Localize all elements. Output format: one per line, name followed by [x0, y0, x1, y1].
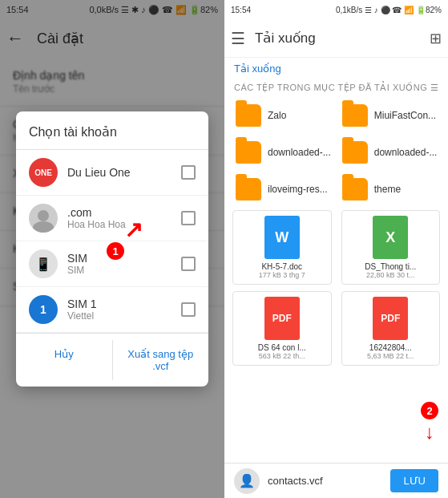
doc-item-excel[interactable]: X DS_Thong ti... 22,80 kB 30 t... [341, 210, 441, 285]
hamburger-icon[interactable]: ☰ [231, 29, 245, 48]
folder-icon [236, 141, 261, 164]
folder-name: iloveimg-res... [268, 184, 328, 195]
doc-grid: W KH-5-7.doc 177 kB 3 thg 7 X DS_Thong t… [224, 207, 448, 370]
right-header-title: Tải xuống [255, 30, 423, 47]
folder-icon [236, 178, 261, 200]
cancel-button[interactable]: Hủy [16, 340, 112, 380]
doc-item-pdf-1[interactable]: PDF DS 64 con l... 563 kB 22 th... [232, 291, 332, 366]
account-checkbox[interactable] [181, 257, 196, 271]
folder-item-downloaded-2[interactable]: downloaded-... [337, 135, 442, 170]
pdf-icon: PDF [264, 297, 300, 340]
folder-icon [236, 104, 261, 127]
export-vcf-button[interactable]: Xuất sang tệp .vcf [112, 340, 209, 380]
avatar-hoa-hoa [29, 204, 58, 233]
account-item-sim1[interactable]: 1 SIM 1 Viettel [16, 287, 208, 333]
account-info: Du Lieu One [67, 166, 181, 179]
bottom-save-bar: 👤 contacts.vcf LƯU [224, 463, 448, 498]
red-arrow-1: ↗ [124, 217, 143, 243]
account-sub: SIM [67, 265, 181, 276]
pdf-icon: PDF [373, 297, 408, 340]
account-checkbox[interactable] [181, 211, 196, 225]
folder-icon [342, 104, 368, 127]
excel-icon: X [373, 216, 408, 259]
right-header: ☰ Tải xuống ⊞ [224, 19, 448, 58]
right-status-bar: 15:54 0,1kB/s ☰ ♪ ⚫ ☎ 📶 🔋82% [224, 0, 448, 19]
svg-point-1 [33, 221, 54, 233]
doc-name: DS_Thong ti... [365, 262, 416, 271]
doc-name: 16242804... [367, 343, 414, 352]
account-checkbox[interactable] [181, 302, 196, 317]
section-label: CÁC TỆP TRONG MỤC TỆP ĐÃ TẢI XUỐNG ☰ [224, 79, 448, 98]
folder-icon [342, 178, 368, 200]
account-item-hoa-hoa[interactable]: .com Hoa Hoa Hoa [16, 196, 208, 241]
modal-actions: Hủy Xuất sang tệp .vcf [16, 333, 208, 387]
folder-icon [342, 141, 368, 164]
doc-name: DS 64 con l... [258, 343, 306, 352]
folder-item-zalo[interactable]: Zalo [231, 98, 336, 133]
number-badge-2: 2 [421, 402, 438, 419]
breadcrumb[interactable]: Tải xuống [224, 58, 448, 79]
doc-meta: 563 kB 22 th... [258, 352, 306, 360]
folder-item-iloveimg[interactable]: iloveimg-res... [231, 172, 336, 207]
account-name: SIM 1 [67, 298, 181, 310]
avatar-sim1: 1 [29, 295, 58, 324]
modal-title: Chọn tài khoản [16, 124, 208, 149]
right-status-icons: 0,1kB/s ☰ ♪ ⚫ ☎ 📶 🔋82% [336, 6, 442, 14]
folder-name: theme [374, 184, 401, 195]
doc-meta: 177 kB 3 thg 7 [259, 271, 305, 279]
account-info: SIM SIM [67, 252, 181, 276]
doc-item-pdf-2[interactable]: PDF 16242804... 5,63 MB 22 t... [341, 291, 441, 366]
svg-point-0 [38, 210, 49, 221]
folder-name: downloaded-... [374, 147, 438, 158]
doc-name: KH-5-7.doc [259, 262, 305, 271]
avatar-sim: 📱 [29, 249, 58, 278]
folder-item-theme[interactable]: theme [337, 172, 442, 207]
doc-meta: 22,80 kB 30 t... [365, 271, 416, 279]
word-icon: W [264, 216, 300, 259]
account-list: ONE Du Lieu One [16, 149, 208, 333]
account-name: Du Lieu One [67, 166, 181, 179]
contacts-icon: 👤 [234, 468, 260, 494]
folder-name: MiuiFastCon... [374, 110, 436, 121]
account-item-du-lieu-one[interactable]: ONE Du Lieu One [16, 150, 208, 196]
account-name: SIM [67, 252, 181, 265]
doc-item-word[interactable]: W KH-5-7.doc 177 kB 3 thg 7 [232, 210, 332, 285]
number-badge-1: 1 [107, 242, 124, 260]
list-view-icon[interactable]: ☰ [430, 83, 439, 93]
doc-meta: 5,63 MB 22 t... [367, 352, 414, 360]
right-panel: 15:54 0,1kB/s ☰ ♪ ⚫ ☎ 📶 🔋82% ☰ Tải xuống… [224, 0, 448, 498]
account-sub: Viettel [67, 310, 181, 322]
folder-name: downloaded-... [268, 147, 331, 158]
arrow-2-container: 2 ↓ [421, 402, 438, 442]
save-button[interactable]: LƯU [390, 469, 438, 492]
folder-item-miuifastcon[interactable]: MiuiFastCon... [337, 98, 442, 133]
avatar-du-lieu-one: ONE [29, 158, 58, 187]
account-checkbox[interactable] [181, 165, 196, 180]
red-arrow-2: ↓ [425, 423, 434, 442]
left-panel: 15:54 0,0kB/s ☰ ✱ ♪ ⚫ ☎ 📶 🔋82% ← Cài đặt… [0, 0, 224, 498]
account-info: SIM 1 Viettel [67, 298, 181, 322]
grid-view-icon[interactable]: ⊞ [430, 30, 442, 47]
folder-item-downloaded-1[interactable]: downloaded-... [231, 135, 336, 170]
contacts-filename: contacts.vcf [268, 475, 390, 487]
folder-grid: Zalo MiuiFastCon... downloaded-... downl… [224, 98, 448, 207]
folder-name: Zalo [268, 110, 286, 121]
right-time: 15:54 [231, 6, 251, 14]
